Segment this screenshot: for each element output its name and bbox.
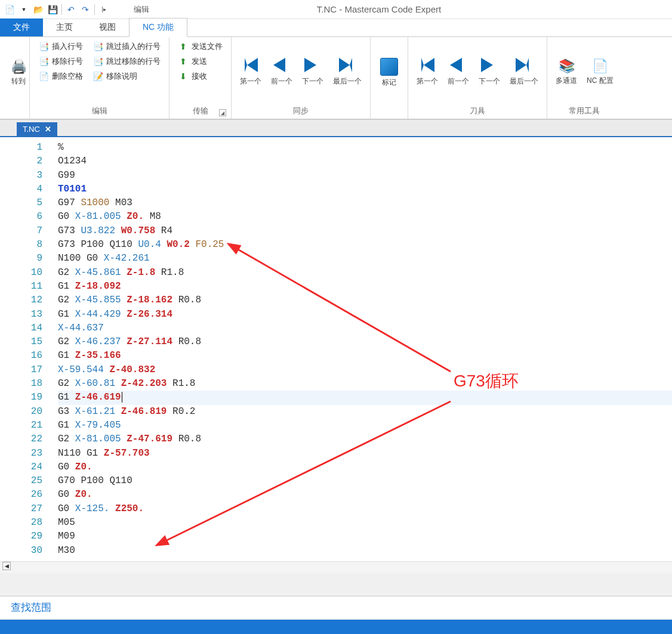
tab-nc-functions[interactable]: NC 功能 [129,18,187,37]
document-tab[interactable]: T.NC ✕ [17,122,57,136]
code-line[interactable]: X-59.544 Z-40.832 [58,363,672,377]
remove-description-button[interactable]: 📝移除说明 [89,69,164,83]
line-number: 19 [0,391,42,404]
tab-view[interactable]: 视图 [86,18,129,36]
run-icon[interactable]: |▸ [97,2,111,17]
new-file-icon[interactable]: 📄 [2,2,17,17]
desc-icon: 📝 [93,72,103,81]
group-label-transfer: 传输◢ [174,104,226,117]
send-button[interactable]: ⬆发送 [174,54,226,69]
line-number: 14 [0,321,42,335]
send-file-button[interactable]: ⬆发送文件 [174,39,226,54]
status-bar [0,620,672,634]
ribbon-tabs: 文件 主页 视图 NC 功能 [0,19,672,37]
skip-removed-line-button[interactable]: 📑跳过移除的行号 [89,54,164,69]
nc-config-button[interactable]: 📄NC 配置 [583,39,617,104]
text-cursor [122,392,122,403]
context-tab-edit[interactable]: 编辑 [123,0,160,19]
goto-button[interactable]: 🖨️转到 [5,39,32,106]
ribbon-group-sync: 第一个 前一个 下一个 最后一个 同步 [232,37,371,119]
redo-icon[interactable]: ↷ [78,2,93,17]
sync-last-button[interactable]: 最后一个 [329,39,365,104]
tool-first-button[interactable]: 第一个 [413,39,442,104]
tab-file[interactable]: 文件 [0,18,43,36]
code-line[interactable]: G0 Z0. [58,460,672,474]
line-number: 2 [0,154,42,168]
delete-spaces-button[interactable]: 📄删除空格 [35,69,87,83]
line-number: 16 [0,349,42,363]
code-line[interactable]: G2 X-45.855 Z-18.162 R0.8 [58,293,672,307]
ribbon-group-utilities: 📚多通道 📄NC 配置 常用工具 [547,37,622,119]
sync-first-button[interactable]: 第一个 [236,39,265,104]
code-line[interactable]: X-44.637 [58,321,672,335]
code-line[interactable]: G1 Z-35.166 [58,349,672,363]
tool-prev-button[interactable]: 前一个 [444,39,473,104]
code-line[interactable]: G0 X-81.005 Z0. M8 [58,210,672,224]
open-file-icon[interactable]: 📂 [31,2,45,17]
sync-prev-button[interactable]: 前一个 [267,39,296,104]
line-number-gutter: 1234567891011121314151617181920212223242… [0,137,51,561]
insert-line-number-button[interactable]: 📑插入行号 [35,39,87,54]
line-number: 27 [0,502,42,516]
line-number: 4 [0,183,42,196]
code-content[interactable]: %O1234G99T0101G97 S1000 M03G0 X-81.005 Z… [51,137,672,561]
doc-icon: 📄 [38,72,49,81]
book-icon: 📚 [559,58,575,74]
code-line[interactable]: G0 X-125. Z250. [58,502,672,516]
code-line[interactable]: G70 P100 Q110 [58,474,672,488]
tool-next-button[interactable]: 下一个 [475,39,504,104]
tab-home[interactable]: 主页 [43,18,86,36]
code-line[interactable]: G2 X-81.005 Z-47.619 R0.8 [58,432,672,446]
qat-dropdown-icon[interactable]: ▼ [17,2,31,17]
code-line[interactable]: G0 Z0. [58,488,672,502]
scroll-left-icon[interactable]: ◀ [2,562,11,570]
find-panel[interactable]: 查找范围 [0,596,672,618]
code-line[interactable]: M09 [58,530,672,543]
document-tab-bar: T.NC ✕ [0,119,672,136]
line-number: 9 [0,252,42,265]
group-label-tool: 刀具 [413,104,542,117]
last-icon [516,58,532,75]
line-number: 17 [0,363,42,377]
undo-icon[interactable]: ↶ [64,2,78,17]
tool-last-button[interactable]: 最后一个 [506,39,542,104]
window-title: T.NC - Mastercam Code Expert [160,4,670,14]
code-line[interactable]: N110 G1 Z-57.703 [58,447,672,460]
line-number: 10 [0,266,42,280]
save-icon[interactable]: 💾 [45,2,60,17]
sync-next-button[interactable]: 下一个 [298,39,327,104]
multichannel-button[interactable]: 📚多通道 [552,39,581,104]
code-line[interactable]: G2 X-60.81 Z-42.203 R1.8 [58,377,672,391]
code-line[interactable]: G2 X-45.861 Z-1.8 R1.8 [58,266,672,280]
code-line[interactable]: G73 U3.822 W0.758 R4 [58,224,672,238]
code-line[interactable]: G97 S1000 M03 [58,196,672,210]
line-number: 28 [0,516,42,530]
code-line[interactable]: G99 [58,169,672,183]
code-line[interactable]: O1234 [58,154,672,168]
line-number: 23 [0,447,42,460]
code-line[interactable]: G1 X-44.429 Z-26.314 [58,308,672,321]
quick-access-toolbar: 📄 ▼ 📂 💾 ↶ ↷ |▸ 编辑 T.NC - Mastercam Code … [0,0,672,19]
code-line[interactable]: N100 G0 X-42.261 [58,252,672,265]
code-line[interactable]: % [58,141,672,154]
code-line[interactable]: G73 P100 Q110 U0.4 W0.2 F0.25 [58,238,672,252]
line-number: 3 [0,169,42,183]
code-line[interactable]: T0101 [58,183,672,196]
receive-button[interactable]: ⬇接收 [174,69,226,83]
dialog-launcher-icon[interactable]: ◢ [219,109,226,116]
line-number: 13 [0,308,42,321]
code-line[interactable]: M05 [58,516,672,530]
code-line[interactable]: G3 X-61.21 Z-46.819 R0.2 [58,405,672,419]
code-editor[interactable]: 1234567891011121314151617181920212223242… [0,136,672,561]
close-icon[interactable]: ✕ [45,125,51,134]
ribbon-group-transfer: ⬆发送文件 ⬆发送 ⬇接收 传输◢ [169,37,232,119]
code-line[interactable]: G1 Z-18.092 [58,280,672,293]
code-line[interactable]: G2 X-46.237 Z-27.114 R0.8 [58,335,672,349]
mark-button[interactable]: 标记 [375,39,403,106]
code-line[interactable]: M30 [58,544,672,558]
skip-inserted-line-button[interactable]: 📑跳过插入的行号 [89,39,164,54]
remove-line-number-button[interactable]: 📑移除行号 [35,54,87,69]
code-line[interactable]: G1 X-79.405 [58,419,672,432]
code-line[interactable]: G1 Z-46.619 [58,391,672,404]
next-icon [304,58,321,75]
